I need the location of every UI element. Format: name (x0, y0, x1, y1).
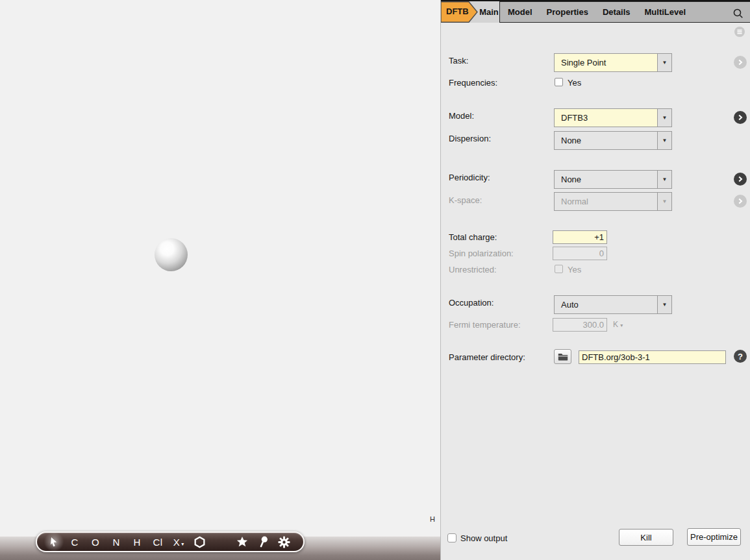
occupation-label: Occupation: (449, 298, 494, 308)
unit-label: K (613, 320, 618, 329)
tab-details[interactable]: Details (603, 7, 631, 17)
star-icon (236, 536, 248, 548)
frequencies-checkbox-label: Yes (568, 78, 581, 88)
fermi-temperature-label: Fermi temperature: (449, 320, 521, 330)
chevron-down-icon: ▾ (181, 541, 184, 551)
unit-caret-icon: ▾ (620, 323, 623, 328)
chevron-right-icon (737, 59, 744, 66)
unrestricted-label: Unrestricted: (449, 265, 497, 274)
spin-polarization-input: 0 (553, 247, 607, 260)
pointer-icon (49, 537, 59, 548)
search-button[interactable] (731, 6, 746, 21)
model-detail-button[interactable] (734, 111, 747, 124)
wand-icon (258, 536, 268, 548)
settings-tool[interactable] (273, 533, 294, 551)
browse-directory-button[interactable] (554, 349, 571, 364)
show-output-label: Show output (460, 533, 507, 543)
periodicity-label: Periodicity: (449, 173, 490, 182)
atom-element-label: H (430, 515, 435, 523)
kspace-label: K-space: (449, 195, 482, 205)
element-button-C[interactable]: C (64, 533, 85, 551)
molecule-viewport[interactable]: H C O N H Cl X ▾ (0, 0, 440, 560)
help-icon: ? (738, 352, 743, 361)
structures-tool[interactable] (232, 533, 253, 551)
element-button-X[interactable]: X ▾ (168, 533, 189, 551)
dispersion-dropdown[interactable]: None ▼ (554, 131, 672, 150)
element-button-O[interactable]: O (85, 533, 106, 551)
tab-multilevel[interactable]: MultiLevel (645, 7, 686, 17)
panel-tab-bar: DFTB Main Model Properties Details Multi… (441, 0, 750, 23)
kspace-detail-button (734, 195, 747, 208)
element-button-H[interactable]: H (127, 533, 147, 551)
tab-properties[interactable]: Properties (547, 7, 588, 17)
show-output-checkbox[interactable] (447, 533, 456, 542)
dftb-tab-label: DFTB (446, 6, 469, 16)
tab-model[interactable]: Model (508, 7, 532, 17)
periodicity-value: None (555, 175, 657, 184)
application-window: H C O N H Cl X ▾ (0, 0, 750, 560)
dropdown-arrow-icon[interactable]: ▼ (657, 296, 671, 313)
select-pointer-tool[interactable] (44, 533, 64, 551)
kill-button[interactable]: Kill (619, 529, 673, 546)
occupation-value: Auto (555, 300, 657, 310)
task-value: Single Point (555, 58, 657, 67)
dftb-method-tab[interactable]: DFTB (441, 1, 479, 23)
model-dropdown[interactable]: DFTB3 ▼ (554, 108, 672, 127)
ring-structure-tool[interactable] (189, 533, 210, 551)
panel-menu-button (734, 27, 745, 37)
unrestricted-checkbox-label: Yes (568, 265, 581, 274)
model-label: Model: (449, 111, 474, 121)
preoptimize-button[interactable]: Pre-optimize (687, 528, 741, 546)
gear-icon (278, 536, 290, 548)
kspace-dropdown: Normal ▼ (554, 192, 672, 211)
element-x-label: X (173, 537, 180, 548)
chevron-right-icon (737, 198, 744, 204)
viewer-bottom-strip: C O N H Cl X ▾ (0, 536, 440, 560)
search-icon (732, 8, 744, 19)
dropdown-arrow-icon[interactable]: ▼ (657, 132, 671, 149)
frequencies-checkbox[interactable] (555, 78, 563, 86)
hamburger-menu-icon (734, 27, 745, 37)
builder-wand-tool[interactable] (253, 533, 273, 551)
fermi-temperature-input: 300.0 (553, 318, 607, 332)
element-toolbar: C O N H Cl X ▾ (36, 531, 305, 552)
frequencies-label: Frequencies: (449, 78, 497, 88)
kspace-value: Normal (555, 197, 657, 206)
model-value: DFTB3 (555, 113, 657, 123)
task-dropdown[interactable]: Single Point ▼ (554, 53, 672, 72)
task-detail-button (734, 56, 747, 69)
element-button-N[interactable]: N (106, 533, 127, 551)
tab-group: Model Properties Details MultiLevel (499, 1, 750, 23)
tab-main[interactable]: Main (479, 1, 499, 23)
hexagon-ring-icon (194, 536, 206, 548)
occupation-dropdown[interactable]: Auto ▼ (554, 295, 672, 314)
periodicity-dropdown[interactable]: None ▼ (554, 170, 672, 189)
hydrogen-atom[interactable] (155, 238, 188, 271)
chevron-right-icon (737, 176, 744, 182)
periodicity-detail-button[interactable] (734, 173, 747, 186)
spin-polarization-label: Spin polarization: (449, 249, 514, 258)
folder-icon (558, 352, 568, 361)
dropdown-arrow-icon[interactable]: ▼ (657, 54, 671, 71)
dropdown-arrow-icon[interactable]: ▼ (657, 171, 671, 188)
dispersion-value: None (555, 136, 657, 145)
parameter-directory-help-button[interactable]: ? (734, 350, 747, 363)
fermi-temperature-unit: K ▾ (613, 320, 623, 329)
dropdown-arrow-icon: ▼ (657, 193, 671, 210)
element-button-Cl[interactable]: Cl (147, 533, 168, 551)
chevron-right-icon (737, 114, 744, 121)
task-label: Task: (449, 56, 468, 66)
total-charge-label: Total charge: (449, 232, 497, 242)
parameter-directory-label: Parameter directory: (449, 352, 525, 362)
dftb-input-panel: DFTB Main Model Properties Details Multi… (440, 0, 750, 560)
total-charge-input[interactable]: +1 (553, 230, 607, 244)
unrestricted-checkbox (555, 265, 563, 273)
parameter-directory-input[interactable]: DFTB.org/3ob-3-1 (579, 350, 726, 364)
dropdown-arrow-icon[interactable]: ▼ (657, 109, 671, 127)
dispersion-label: Dispersion: (449, 134, 491, 143)
